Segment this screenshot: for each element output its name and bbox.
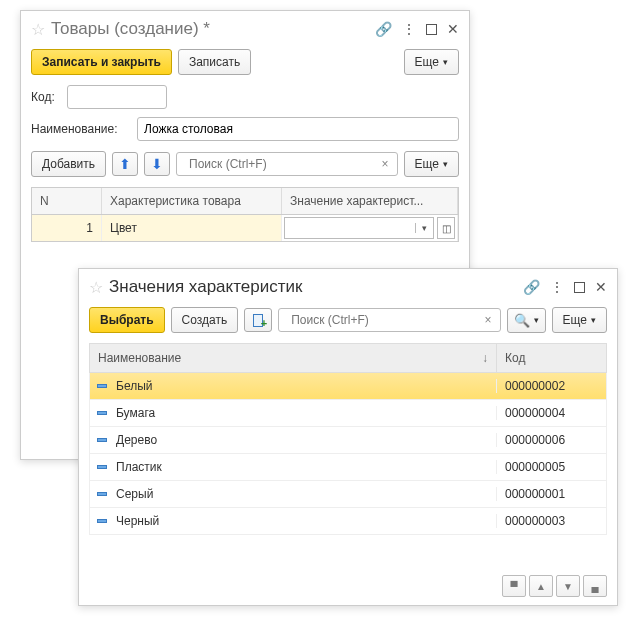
close-icon[interactable]: ✕	[595, 279, 607, 295]
new-document-icon	[251, 313, 265, 327]
favorite-star-icon[interactable]: ☆	[89, 278, 103, 297]
sort-indicator-icon: ↓	[482, 351, 488, 365]
chevron-down-icon: ▾	[534, 315, 539, 325]
toolbar: Выбрать Создать × 🔍▾ Еще▾	[79, 301, 617, 339]
titlebar: ☆ Значения характеристик 🔗 ⋮ ✕	[79, 269, 617, 301]
arrow-up-icon: ⬆	[119, 156, 131, 172]
item-icon	[90, 411, 114, 415]
window-controls: 🔗 ⋮ ✕	[523, 279, 607, 295]
toolbar-grid: Добавить ⬆ ⬇ × Еще▾	[21, 145, 469, 183]
item-code: 000000006	[496, 433, 606, 447]
grid-header: N Характеристика товара Значение характе…	[31, 187, 459, 215]
list-header: Наименование ↓ Код	[89, 343, 607, 373]
col-characteristic[interactable]: Характеристика товара	[102, 188, 282, 214]
select-button[interactable]: Выбрать	[89, 307, 165, 333]
toolbar-main: Записать и закрыть Записать Еще▾	[21, 43, 469, 81]
col-value[interactable]: Значение характерист...	[282, 188, 458, 214]
item-code: 000000004	[496, 406, 606, 420]
list-item[interactable]: Пластик000000005	[90, 454, 606, 481]
item-name: Пластик	[114, 460, 496, 474]
more-grid-button[interactable]: Еще▾	[404, 151, 459, 177]
create-from-template-button[interactable]	[244, 308, 272, 332]
col-code[interactable]: Код	[496, 344, 606, 372]
list-body: Белый000000002Бумага000000004Дерево00000…	[89, 373, 607, 535]
clear-search-icon[interactable]: ×	[481, 313, 496, 327]
window-title: Значения характеристик	[109, 277, 523, 297]
window-controls: 🔗 ⋮ ✕	[375, 21, 459, 37]
name-row: Наименование:	[21, 113, 469, 145]
nav-up-button[interactable]: ▲	[529, 575, 553, 597]
kebab-menu-icon[interactable]: ⋮	[550, 279, 564, 295]
item-code: 000000001	[496, 487, 606, 501]
kebab-menu-icon[interactable]: ⋮	[402, 21, 416, 37]
name-label: Наименование:	[31, 122, 131, 136]
more-label: Еще	[415, 157, 439, 171]
search-field[interactable]: ×	[176, 152, 398, 176]
col-name-label: Наименование	[98, 351, 181, 365]
clear-search-icon[interactable]: ×	[378, 157, 393, 171]
create-button[interactable]: Создать	[171, 307, 239, 333]
item-icon	[90, 492, 114, 496]
add-button[interactable]: Добавить	[31, 151, 106, 177]
search-field[interactable]: ×	[278, 308, 500, 332]
link-icon[interactable]: 🔗	[523, 279, 540, 295]
close-icon[interactable]: ✕	[447, 21, 459, 37]
search-button[interactable]: 🔍▾	[507, 308, 546, 333]
item-code: 000000003	[496, 514, 606, 528]
move-up-button[interactable]: ⬆	[112, 152, 138, 176]
list-item[interactable]: Черный000000003	[90, 508, 606, 535]
item-name: Черный	[114, 514, 496, 528]
move-down-button[interactable]: ⬇	[144, 152, 170, 176]
search-input[interactable]	[183, 154, 378, 174]
code-input[interactable]	[67, 85, 167, 109]
cell-n: 1	[32, 215, 102, 241]
name-input[interactable]	[137, 117, 459, 141]
search-input[interactable]	[285, 310, 480, 330]
item-code: 000000005	[496, 460, 606, 474]
favorite-star-icon[interactable]: ☆	[31, 20, 45, 39]
col-name[interactable]: Наименование ↓	[90, 344, 496, 372]
open-dialog-icon[interactable]: ◫	[437, 217, 455, 239]
item-name: Бумага	[114, 406, 496, 420]
item-name: Дерево	[114, 433, 496, 447]
more-button[interactable]: Еще▾	[552, 307, 607, 333]
list-item[interactable]: Белый000000002	[90, 373, 606, 400]
chevron-down-icon: ▾	[443, 159, 448, 169]
item-icon	[90, 519, 114, 523]
window-characteristic-values: ☆ Значения характеристик 🔗 ⋮ ✕ Выбрать С…	[78, 268, 618, 606]
maximize-icon[interactable]	[574, 282, 585, 293]
item-code: 000000002	[496, 379, 606, 393]
list-nav-footer: ▀ ▲ ▼ ▄	[502, 575, 607, 597]
grid-row[interactable]: 1 Цвет ▾ ◫	[31, 215, 459, 242]
item-name: Серый	[114, 487, 496, 501]
item-icon	[90, 438, 114, 442]
col-n[interactable]: N	[32, 188, 102, 214]
maximize-icon[interactable]	[426, 24, 437, 35]
list-item[interactable]: Серый000000001	[90, 481, 606, 508]
item-icon	[90, 465, 114, 469]
more-button[interactable]: Еще▾	[404, 49, 459, 75]
titlebar: ☆ Товары (создание) * 🔗 ⋮ ✕	[21, 11, 469, 43]
chevron-down-icon: ▾	[591, 315, 596, 325]
nav-first-button[interactable]: ▀	[502, 575, 526, 597]
item-icon	[90, 384, 114, 388]
value-dropdown[interactable]: ▾	[284, 217, 434, 239]
more-label: Еще	[415, 55, 439, 69]
cell-value: ▾ ◫	[282, 215, 458, 241]
save-button[interactable]: Записать	[178, 49, 251, 75]
chevron-down-icon[interactable]: ▾	[415, 223, 433, 233]
list-item[interactable]: Бумага000000004	[90, 400, 606, 427]
code-label: Код:	[31, 90, 61, 104]
more-label: Еще	[563, 313, 587, 327]
nav-down-button[interactable]: ▼	[556, 575, 580, 597]
cell-characteristic: Цвет	[102, 215, 282, 241]
link-icon[interactable]: 🔗	[375, 21, 392, 37]
save-close-button[interactable]: Записать и закрыть	[31, 49, 172, 75]
chevron-down-icon: ▾	[443, 57, 448, 67]
nav-last-button[interactable]: ▄	[583, 575, 607, 597]
list-item[interactable]: Дерево000000006	[90, 427, 606, 454]
item-name: Белый	[114, 379, 496, 393]
code-row: Код:	[21, 81, 469, 113]
window-title: Товары (создание) *	[51, 19, 375, 39]
arrow-down-icon: ⬇	[151, 156, 163, 172]
